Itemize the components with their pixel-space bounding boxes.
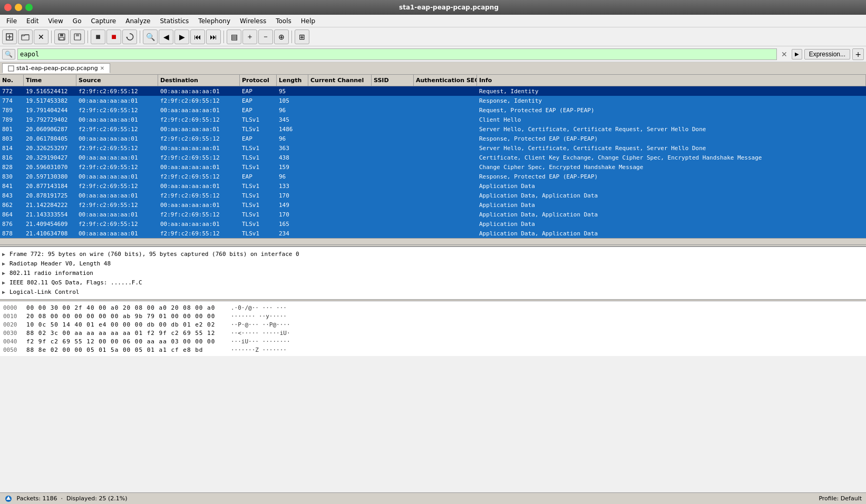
stop-capture-button[interactable]: ■	[106, 29, 121, 44]
menu-telephony[interactable]: Telephony	[194, 16, 235, 26]
details-section: ▶Frame 772: 95 bytes on wire (760 bits),…	[0, 246, 866, 299]
table-row[interactable]: 80320.06178040500:aa:aa:aa:aa:01f2:9f:c2…	[0, 134, 866, 143]
detail-text: Logical-Link Control	[9, 289, 79, 295]
minimize-button[interactable]	[15, 4, 22, 11]
go-first-button[interactable]: ⏮	[190, 29, 205, 44]
open-button[interactable]	[18, 29, 33, 44]
hex-bytes: f2 9f c2 69 55 12 00 00 06 00 aa aa 03 0…	[26, 338, 227, 345]
list-item[interactable]: ▶802.11 radio information	[0, 268, 866, 278]
col-header-authseq[interactable]: Authentication SEQ	[414, 75, 477, 86]
table-row[interactable]: 81620.32919042700:aa:aa:aa:aa:01f2:9f:c2…	[0, 153, 866, 162]
hex-bytes: 10 0c 50 14 40 01 e4 00 00 00 db 00 db 0…	[26, 321, 227, 328]
col-header-protocol[interactable]: Protocol	[240, 75, 277, 86]
toolbar-separator-4	[223, 31, 224, 43]
close-button[interactable]	[4, 4, 12, 11]
table-row[interactable]: 84120.877143184f2:9f:c2:69:55:1200:aa:aa…	[0, 181, 866, 191]
table-row[interactable]: 86421.14333355400:aa:aa:aa:aa:01f2:9f:c2…	[0, 210, 866, 219]
autoscroll-button[interactable]: ▤	[227, 29, 241, 44]
menu-capture[interactable]: Capture	[86, 16, 120, 26]
col-header-info[interactable]: Info	[477, 75, 866, 86]
go-last-button[interactable]: ⏭	[206, 29, 221, 44]
zoom-normal-button[interactable]: ⊕	[274, 29, 289, 44]
hex-ascii: ··P·@··· ··P@····	[231, 321, 290, 328]
save-as-button[interactable]	[70, 29, 85, 44]
save-button[interactable]	[54, 29, 69, 44]
zoom-out-button[interactable]: －	[258, 29, 273, 44]
tab-bar: sta1-eap-peap-pcap.pcapng ✕	[0, 62, 866, 75]
h-scrollbar[interactable]	[0, 238, 866, 244]
toolbar-separator-3	[140, 31, 140, 43]
list-item[interactable]: ▶Frame 772: 95 bytes on wire (760 bits),…	[0, 249, 866, 259]
hex-row: 002010 0c 50 14 40 01 e4 00 00 00 db 00 …	[3, 320, 863, 329]
table-row[interactable]: 83020.59713038000:aa:aa:aa:aa:01f2:9f:c2…	[0, 172, 866, 181]
menu-edit[interactable]: Edit	[22, 16, 43, 26]
menu-view[interactable]: View	[44, 16, 67, 26]
hex-row: 0040f2 9f c2 69 55 12 00 00 06 00 aa aa …	[3, 337, 863, 345]
toolbar-separator-1	[51, 31, 52, 43]
find-button[interactable]: 🔍	[143, 29, 158, 44]
menu-wireless[interactable]: Wireless	[236, 16, 270, 26]
columns-button[interactable]: ⊞	[295, 29, 309, 44]
filter-bar: 🔍 ✕ ▶ Expression... +	[0, 46, 866, 62]
detail-text: 802.11 radio information	[9, 270, 93, 276]
hex-row: 001020 08 00 00 00 00 00 00 ab 9b 79 01 …	[3, 312, 863, 320]
table-row[interactable]: 84320.87819172500:aa:aa:aa:aa:01f2:9f:c2…	[0, 191, 866, 200]
menu-go[interactable]: Go	[69, 16, 86, 26]
table-row[interactable]: 77419.51745338200:aa:aa:aa:aa:01f2:9f:c2…	[0, 96, 866, 105]
start-capture-button[interactable]: ■	[91, 29, 105, 44]
go-forward-button[interactable]: ▶	[174, 29, 189, 44]
hex-offset: 0030	[3, 330, 22, 337]
col-header-ssid[interactable]: SSID	[372, 75, 414, 86]
table-row[interactable]: 80120.060906287f2:9f:c2:69:55:1200:aa:aa…	[0, 124, 866, 134]
file-icon	[8, 65, 14, 72]
col-header-source[interactable]: Source	[76, 75, 158, 86]
packet-list-section: No. Time Source Destination Protocol Len…	[0, 75, 866, 238]
status-bar: Packets: 1186 · Displayed: 25 (2.1%) Pro…	[0, 492, 866, 504]
go-back-button[interactable]: ◀	[159, 29, 173, 44]
restart-capture-button[interactable]	[122, 29, 137, 44]
tab-close-button[interactable]: ✕	[100, 65, 104, 71]
list-item[interactable]: ▶IEEE 802.11 QoS Data, Flags: ......F.C	[0, 278, 866, 287]
hex-ascii: ··<····· ·····iU·	[231, 330, 290, 337]
table-row[interactable]: 87821.41063470800:aa:aa:aa:aa:01f2:9f:c2…	[0, 229, 866, 238]
expression-button[interactable]: Expression...	[804, 49, 850, 60]
menu-tools[interactable]: Tools	[271, 16, 296, 26]
filter-input[interactable]	[17, 48, 777, 60]
table-row[interactable]: 82820.596031070f2:9f:c2:69:55:1200:aa:aa…	[0, 162, 866, 172]
table-row[interactable]: 78919.79272940200:aa:aa:aa:aa:01f2:9f:c2…	[0, 115, 866, 124]
col-header-length[interactable]: Length	[277, 75, 308, 86]
status-displayed: Displayed: 25 (2.1%)	[66, 495, 128, 502]
close-file-button[interactable]: ✕	[34, 29, 48, 44]
table-row[interactable]: 81420.326253297f2:9f:c2:69:55:1200:aa:aa…	[0, 143, 866, 153]
hex-row: 003088 02 3c 00 aa aa aa aa aa 01 f2 9f …	[3, 329, 863, 337]
col-header-channel[interactable]: Current Channel	[308, 75, 372, 86]
hex-row: 000000 00 30 00 2f 40 00 a0 20 08 00 a0 …	[3, 303, 863, 312]
table-row[interactable]: 87621.409454609f2:9f:c2:69:55:1200:aa:aa…	[0, 219, 866, 229]
menu-file[interactable]: File	[2, 16, 21, 26]
filter-clear-button[interactable]: ✕	[779, 49, 790, 60]
hex-row: 005088 8e 02 00 00 05 01 5a 00 05 01 a1 …	[3, 345, 863, 354]
tab-pcap[interactable]: sta1-eap-peap-pcap.pcapng ✕	[2, 63, 110, 73]
filter-apply-button[interactable]: ▶	[792, 49, 802, 60]
expand-arrow-icon: ▶	[2, 280, 9, 285]
menu-statistics[interactable]: Statistics	[155, 16, 193, 26]
new-capture-button[interactable]	[2, 29, 17, 44]
menu-help[interactable]: Help	[297, 16, 319, 26]
expand-arrow-icon: ▶	[2, 289, 9, 295]
expand-arrow-icon: ▶	[2, 261, 9, 266]
hex-offset: 0000	[3, 304, 22, 311]
packet-list-header: No. Time Source Destination Protocol Len…	[0, 75, 866, 86]
table-row[interactable]: 86221.142284222f2:9f:c2:69:55:1200:aa:aa…	[0, 200, 866, 210]
menu-analyze[interactable]: Analyze	[121, 16, 154, 26]
table-row[interactable]: 77219.516524412f2:9f:c2:69:55:1200:aa:aa…	[0, 86, 866, 96]
maximize-button[interactable]	[25, 4, 33, 11]
toolbar-separator-2	[87, 31, 88, 43]
zoom-in-button[interactable]: ＋	[242, 29, 257, 44]
filter-add-button[interactable]: +	[852, 48, 864, 60]
col-header-no[interactable]: No.	[0, 75, 24, 86]
list-item[interactable]: ▶Logical-Link Control	[0, 287, 866, 297]
table-row[interactable]: 78919.791404244f2:9f:c2:69:55:1200:aa:aa…	[0, 105, 866, 115]
col-header-time[interactable]: Time	[24, 75, 76, 86]
col-header-destination[interactable]: Destination	[158, 75, 240, 86]
list-item[interactable]: ▶Radiotap Header V0, Length 48	[0, 259, 866, 268]
